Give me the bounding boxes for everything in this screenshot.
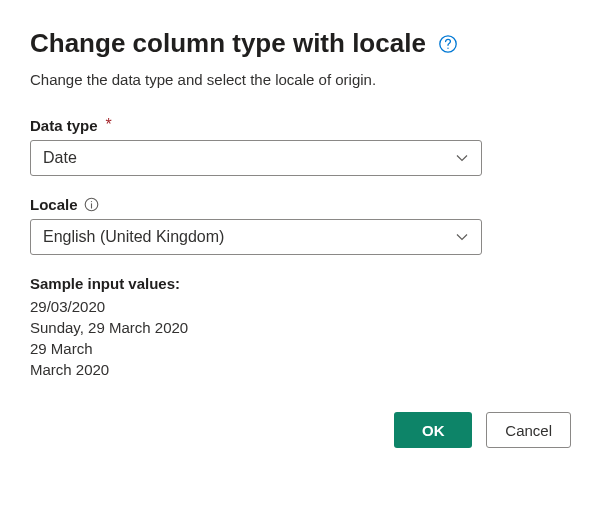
locale-value: English (United Kingdom) bbox=[43, 228, 224, 246]
locale-label-row: Locale bbox=[30, 196, 571, 213]
list-item: 29/03/2020 bbox=[30, 298, 571, 315]
sample-list: 29/03/2020 Sunday, 29 March 2020 29 Marc… bbox=[30, 298, 571, 378]
info-icon[interactable] bbox=[84, 197, 99, 212]
svg-point-1 bbox=[447, 47, 448, 48]
chevron-down-icon bbox=[455, 151, 469, 165]
dialog-subtitle: Change the data type and select the loca… bbox=[30, 71, 571, 88]
dialog-header: Change column type with locale bbox=[30, 28, 571, 59]
list-item: Sunday, 29 March 2020 bbox=[30, 319, 571, 336]
dialog-title: Change column type with locale bbox=[30, 28, 426, 59]
sample-heading: Sample input values: bbox=[30, 275, 571, 292]
data-type-label: Data type bbox=[30, 117, 98, 134]
help-icon[interactable] bbox=[438, 34, 458, 54]
chevron-down-icon bbox=[455, 230, 469, 244]
data-type-value: Date bbox=[43, 149, 77, 167]
svg-point-3 bbox=[90, 201, 91, 202]
locale-label: Locale bbox=[30, 196, 78, 213]
list-item: March 2020 bbox=[30, 361, 571, 378]
required-asterisk: * bbox=[106, 116, 112, 134]
list-item: 29 March bbox=[30, 340, 571, 357]
cancel-button[interactable]: Cancel bbox=[486, 412, 571, 448]
locale-select[interactable]: English (United Kingdom) bbox=[30, 219, 482, 255]
dialog-footer: OK Cancel bbox=[30, 412, 571, 448]
data-type-label-row: Data type * bbox=[30, 116, 571, 134]
ok-button[interactable]: OK bbox=[394, 412, 472, 448]
data-type-select[interactable]: Date bbox=[30, 140, 482, 176]
